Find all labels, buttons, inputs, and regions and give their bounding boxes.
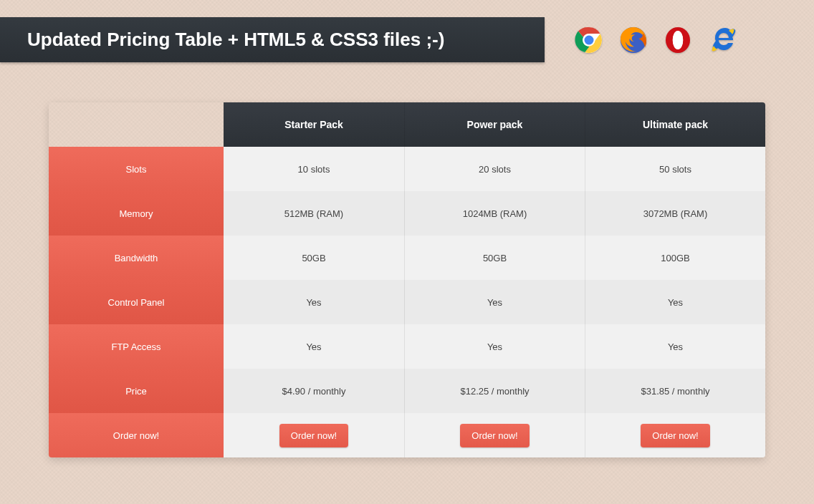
feature-value: 50GB xyxy=(404,236,585,280)
plan-header-power: Power pack xyxy=(404,102,585,147)
feature-value: $12.25 / monthly xyxy=(404,369,585,413)
feature-value: Yes xyxy=(585,280,765,324)
pricing-table: Starter Pack Power pack Ultimate pack Sl… xyxy=(49,102,765,457)
chrome-icon xyxy=(575,26,603,54)
order-cell: Order now! xyxy=(404,413,585,457)
firefox-icon xyxy=(619,26,648,54)
ie-icon xyxy=(708,26,737,54)
feature-label-slots: Slots xyxy=(49,147,224,191)
browser-icons xyxy=(575,26,737,54)
feature-value: Yes xyxy=(224,324,404,369)
feature-value: 50GB xyxy=(224,236,404,280)
feature-value: Yes xyxy=(224,280,404,324)
plan-header-ultimate: Ultimate pack xyxy=(585,102,765,147)
feature-value: 3072MB (RAM) xyxy=(585,191,765,236)
svg-point-2 xyxy=(585,35,594,44)
feature-label-bandwidth: Bandwidth xyxy=(49,236,224,280)
order-button-power[interactable]: Order now! xyxy=(460,424,529,447)
feature-value: 50 slots xyxy=(585,147,765,191)
feature-value: $4.90 / monthly xyxy=(224,369,404,413)
feature-label-order: Order now! xyxy=(49,413,224,457)
feature-value: 100GB xyxy=(585,236,765,280)
feature-label-ftp: FTP Access xyxy=(49,324,224,369)
page-title: Updated Pricing Table + HTML5 & CSS3 fil… xyxy=(0,17,545,62)
feature-value: Yes xyxy=(585,324,765,369)
feature-value: $31.85 / monthly xyxy=(585,369,765,413)
plan-header-starter: Starter Pack xyxy=(224,102,404,147)
feature-label-memory: Memory xyxy=(49,191,224,236)
feature-label-price: Price xyxy=(49,369,224,413)
order-cell: Order now! xyxy=(585,413,765,457)
order-cell: Order now! xyxy=(224,413,404,457)
feature-value: 512MB (RAM) xyxy=(224,191,404,236)
feature-value: 1024MB (RAM) xyxy=(404,191,585,236)
opera-icon xyxy=(664,26,692,54)
header-blank xyxy=(49,102,224,147)
feature-value: 10 slots xyxy=(224,147,404,191)
order-button-ultimate[interactable]: Order now! xyxy=(641,424,709,447)
feature-value: 20 slots xyxy=(404,147,585,191)
feature-value: Yes xyxy=(404,280,585,324)
order-button-starter[interactable]: Order now! xyxy=(279,424,348,447)
feature-value: Yes xyxy=(404,324,585,369)
feature-label-cpanel: Control Panel xyxy=(49,280,224,324)
